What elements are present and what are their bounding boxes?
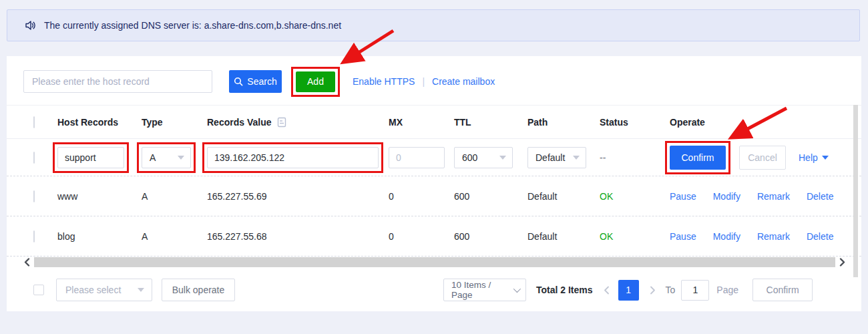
status-badge: OK [600,191,670,202]
dns-server-banner: The currently assigned DNS server is: a.… [7,9,860,41]
help-label: Help [799,152,818,163]
header-host-records: Host Records [57,117,142,128]
row-mx: 0 [389,231,454,242]
search-icon [234,77,243,86]
goto-page-input[interactable] [681,280,709,301]
vertical-scrollbar[interactable] [853,105,858,277]
type-select[interactable]: A [142,147,191,168]
total-items-label: Total 2 Items [536,285,593,295]
header-type: Type [142,117,207,128]
header-ttl: TTL [454,117,527,128]
row-ttl: 600 [454,231,527,242]
current-page-button[interactable]: 1 [618,280,639,301]
page-size-value: 10 Items / Page [451,280,513,300]
row-ttl: 600 [454,191,527,202]
records-value-display-icon[interactable] [277,117,286,128]
annotation-box-host-input [53,142,129,173]
pagination: 10 Items / Page Total 2 Items 1 To Page … [443,279,813,301]
add-button[interactable]: Add [296,71,335,92]
bulk-select-placeholder: Please select [65,285,121,295]
select-all-checkbox[interactable] [33,116,35,128]
chevron-down-icon [822,156,829,160]
toolbar: Search Add Enable HTTPS | Create mailbox [23,67,495,96]
search-button[interactable]: Search [229,70,282,93]
search-input[interactable] [23,70,212,93]
next-page-icon[interactable] [650,286,656,295]
row-host: www [57,191,142,202]
ttl-select[interactable]: 600 [454,147,513,168]
remark-link[interactable]: Remark [757,191,790,202]
pagination-confirm-button[interactable]: Confirm [752,279,813,301]
page-size-select[interactable]: 10 Items / Page [443,279,526,301]
host-record-input[interactable] [57,147,124,168]
row-mx: 0 [389,191,454,202]
help-dropdown[interactable]: Help [799,152,829,163]
banner-text: The currently assigned DNS server is: a.… [44,20,341,31]
goto-to-label: To [666,285,676,295]
annotation-box-type-select: A [137,142,196,173]
scroll-left-icon[interactable] [24,258,30,267]
chevron-down-icon [513,285,521,293]
chevron-down-icon [573,156,580,160]
row-checkbox[interactable] [33,230,35,242]
row-path: Default [527,231,600,242]
bulk-operate-button[interactable]: Bulk operate [162,279,235,301]
link-divider: | [422,76,425,87]
annotation-box-value-input [202,142,383,173]
ttl-select-value: 600 [462,152,477,163]
horizontal-scrollbar [24,257,845,268]
records-table: Host Records Type Records Value MX TTL P… [7,105,861,257]
row-checkbox[interactable] [33,190,35,202]
header-mx: MX [389,117,454,128]
pause-link[interactable]: Pause [670,231,696,242]
row-value: 165.227.55.68 [207,231,389,242]
create-mailbox-link[interactable]: Create mailbox [432,76,495,87]
enable-https-link[interactable]: Enable HTTPS [353,76,415,87]
table-header-row: Host Records Type Records Value MX TTL P… [7,105,861,139]
chevron-down-icon [499,156,506,160]
footer-bulk-controls: Please select Bulk operate [33,279,235,301]
header-path: Path [527,117,600,128]
record-value-input[interactable] [207,147,379,168]
chevron-down-icon [178,156,184,160]
search-button-label: Search [247,76,276,87]
scroll-right-icon[interactable] [839,258,845,267]
status-badge: OK [600,231,670,242]
delete-link[interactable]: Delete [807,191,833,202]
edit-record-row: A 600 Default [7,139,861,176]
modify-link[interactable]: Modify [713,191,740,202]
annotation-box-confirm: Confirm [665,141,730,174]
goto-page-label: Page [716,285,738,295]
path-select-value: Default [535,152,565,163]
header-status: Status [600,117,670,128]
row-host: blog [57,231,142,242]
table-row: www A 165.227.55.69 0 600 Default OK Pau… [7,176,861,216]
footer-select-all-checkbox[interactable] [33,285,44,295]
row-path: Default [527,191,600,202]
type-select-value: A [150,152,156,163]
row-value: 165.227.55.69 [207,191,389,202]
speaker-icon [23,19,37,32]
bulk-action-select[interactable]: Please select [56,279,152,301]
header-records-value: Records Value [207,117,272,128]
path-select[interactable]: Default [527,147,586,168]
prev-page-icon[interactable] [604,286,610,295]
edit-row-checkbox[interactable] [33,152,35,164]
pause-link[interactable]: Pause [670,191,696,202]
table-row: blog A 165.227.55.68 0 600 Default OK Pa… [7,216,861,257]
scrollbar-thumb[interactable] [34,257,835,267]
row-type: A [142,191,207,202]
modify-link[interactable]: Modify [713,231,740,242]
row-type: A [142,231,207,242]
edit-row-status: -- [600,152,670,163]
header-operate: Operate [670,117,861,128]
delete-link[interactable]: Delete [807,231,833,242]
cancel-button[interactable]: Cancel [739,146,786,170]
annotation-box-add: Add [291,67,340,97]
remark-link[interactable]: Remark [757,231,790,242]
content-panel: Search Add Enable HTTPS | Create mailbox… [7,56,861,311]
chevron-down-icon [138,288,144,292]
confirm-button[interactable]: Confirm [670,146,726,170]
mx-input[interactable] [389,147,445,168]
